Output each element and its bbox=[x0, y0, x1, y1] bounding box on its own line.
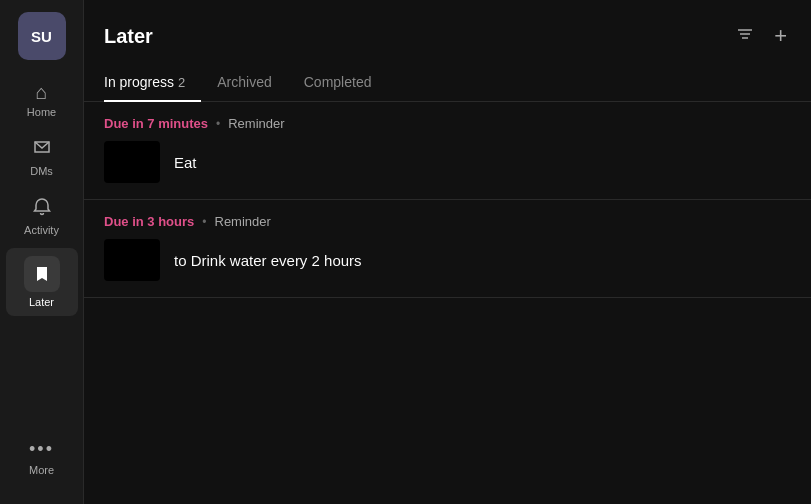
filter-button[interactable] bbox=[732, 21, 758, 52]
sidebar-item-label: Activity bbox=[24, 224, 59, 236]
reminder-item: Due in 7 minutes • Reminder Eat bbox=[84, 102, 811, 200]
reminder-meta: Due in 7 minutes • Reminder bbox=[104, 116, 791, 131]
tab-label: Archived bbox=[217, 74, 271, 90]
header-actions: + bbox=[732, 19, 791, 53]
sidebar-item-label: DMs bbox=[30, 165, 53, 177]
sidebar-item-label: More bbox=[29, 464, 54, 476]
add-icon: + bbox=[774, 23, 787, 49]
more-dots-icon: ••• bbox=[29, 439, 54, 460]
content-area: Due in 7 minutes • Reminder Eat Due in 3… bbox=[84, 102, 811, 504]
tab-in-progress[interactable]: In progress2 bbox=[104, 64, 201, 102]
reminder-title: to Drink water every 2 hours bbox=[174, 252, 362, 269]
tab-completed[interactable]: Completed bbox=[288, 64, 388, 102]
reminder-type: Reminder bbox=[228, 116, 284, 131]
tab-label: Completed bbox=[304, 74, 372, 90]
add-button[interactable]: + bbox=[770, 19, 791, 53]
sidebar-item-later[interactable]: Later bbox=[6, 248, 78, 316]
reminder-card[interactable]: to Drink water every 2 hours bbox=[104, 239, 791, 281]
filter-icon bbox=[736, 25, 754, 48]
later-icon bbox=[24, 256, 60, 292]
reminder-meta: Due in 3 hours • Reminder bbox=[104, 214, 791, 229]
sidebar-item-label: Home bbox=[27, 106, 56, 118]
reminder-thumbnail bbox=[104, 239, 160, 281]
reminder-type: Reminder bbox=[215, 214, 271, 229]
reminder-item: Due in 3 hours • Reminder to Drink water… bbox=[84, 200, 811, 298]
sidebar-item-dms[interactable]: DMs bbox=[6, 130, 78, 185]
reminder-title: Eat bbox=[174, 154, 197, 171]
reminder-thumbnail bbox=[104, 141, 160, 183]
dms-icon bbox=[32, 138, 52, 161]
sidebar-item-label: Later bbox=[29, 296, 54, 308]
separator-dot: • bbox=[216, 117, 220, 131]
main-header: Later + bbox=[84, 0, 811, 56]
sidebar-item-activity[interactable]: Activity bbox=[6, 189, 78, 244]
page-title: Later bbox=[104, 25, 153, 48]
sidebar-item-home[interactable]: ⌂ Home bbox=[6, 74, 78, 126]
sidebar: SU ⌂ Home DMs Activity Later bbox=[0, 0, 84, 504]
reminder-card[interactable]: Eat bbox=[104, 141, 791, 183]
tabs-bar: In progress2 Archived Completed bbox=[84, 64, 811, 102]
home-icon: ⌂ bbox=[35, 82, 47, 102]
tab-label: In progress bbox=[104, 74, 174, 90]
due-label: Due in 7 minutes bbox=[104, 116, 208, 131]
due-label: Due in 3 hours bbox=[104, 214, 194, 229]
tab-archived[interactable]: Archived bbox=[201, 64, 287, 102]
tab-badge: 2 bbox=[178, 75, 185, 90]
avatar[interactable]: SU bbox=[18, 12, 66, 60]
sidebar-item-more[interactable]: ••• More bbox=[6, 431, 78, 484]
separator-dot: • bbox=[202, 215, 206, 229]
main-panel: Later + In progress2 Archived bbox=[84, 0, 811, 504]
bell-icon bbox=[32, 197, 52, 220]
